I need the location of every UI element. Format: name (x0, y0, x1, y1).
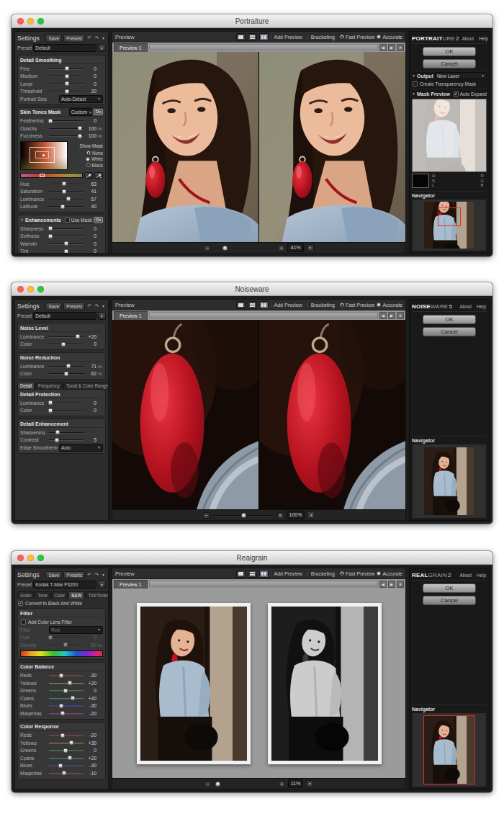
slider-track[interactable] (49, 88, 84, 94)
slider-handle[interactable] (55, 438, 59, 442)
slider-handle[interactable] (64, 241, 68, 246)
slider-handle[interactable] (71, 696, 75, 700)
minimize-button[interactable] (27, 286, 34, 292)
transparency-mask-checkbox[interactable] (413, 81, 418, 86)
bracketing-button[interactable]: Bracketing (307, 35, 338, 40)
save-button[interactable]: Save (45, 571, 62, 579)
tab-menu-icon[interactable]: ▼ (397, 312, 404, 319)
settings-menu-icon[interactable]: ▼ (101, 36, 106, 40)
preview-before-image[interactable] (112, 320, 258, 509)
preset-dropdown[interactable]: Kodak T-Max P3200 (33, 581, 96, 589)
slider-handle[interactable] (48, 635, 53, 640)
undo-icon[interactable]: ↶ (86, 572, 92, 578)
slider-handle[interactable] (62, 771, 66, 775)
eyedropper-icon[interactable] (84, 172, 93, 179)
zoom-dropdown-icon[interactable]: ▼ (307, 244, 314, 251)
collapse-icon[interactable]: ▼ (412, 73, 415, 78)
hue-marker[interactable] (40, 174, 45, 177)
help-button[interactable]: Help (476, 304, 487, 309)
slider-track[interactable] (49, 248, 84, 254)
slider-track[interactable] (49, 680, 84, 686)
tab-menu-icon[interactable]: ▼ (397, 44, 404, 51)
slider-handle[interactable] (78, 126, 82, 130)
slider-track[interactable] (49, 437, 84, 443)
accurate-radio[interactable]: Accurate (377, 571, 402, 576)
slider-track[interactable] (49, 429, 84, 436)
zoom-dropdown-icon[interactable]: ▼ (307, 511, 315, 519)
slider-handle[interactable] (58, 764, 63, 768)
collapse-icon[interactable]: ▼ (412, 91, 415, 96)
slider-track[interactable] (49, 66, 84, 72)
slider-track[interactable] (49, 225, 84, 232)
tabstrip-scrollbar[interactable] (149, 44, 378, 50)
view-split-horizontal-icon[interactable] (248, 570, 257, 578)
auto-expand-checkbox[interactable]: ✓ (454, 91, 459, 97)
slider-track[interactable] (49, 400, 84, 406)
presets-button[interactable]: Presets (63, 303, 85, 310)
slider-track[interactable] (49, 702, 84, 709)
slider-track[interactable] (49, 241, 84, 247)
accurate-radio[interactable]: Accurate (377, 303, 402, 308)
about-button[interactable]: About (459, 573, 472, 578)
slider-handle[interactable] (48, 226, 53, 231)
slider-handle[interactable] (60, 711, 65, 715)
zoom-slider-handle[interactable] (215, 782, 220, 787)
view-split-vertical-icon[interactable] (259, 570, 269, 578)
close-button[interactable] (17, 286, 24, 292)
slider-handle[interactable] (59, 704, 63, 708)
fast-preview-radio[interactable]: Fast Preview (340, 35, 374, 40)
slider-handle[interactable] (61, 342, 66, 346)
add-lens-filter-checkbox[interactable] (21, 620, 26, 625)
output-dropdown[interactable]: New Layer▼ (435, 72, 487, 79)
portrait-size-dropdown[interactable]: Auto-Detect▼ (59, 95, 103, 103)
view-single-icon[interactable] (236, 570, 246, 578)
use-mask-checkbox[interactable] (65, 218, 70, 223)
mask-preview-image[interactable] (412, 99, 487, 172)
slider-track[interactable] (49, 370, 84, 377)
slider-handle[interactable] (68, 756, 72, 760)
mask-mode-dropdown[interactable]: Custom▼ (69, 108, 92, 116)
about-button[interactable]: About (462, 36, 474, 41)
zoom-slider[interactable] (214, 781, 276, 787)
maximize-button[interactable] (37, 18, 44, 24)
show-mask-black-radio[interactable]: Black (70, 163, 103, 168)
enhancements-on-toggle[interactable]: On (94, 217, 103, 223)
zoom-slider[interactable] (212, 512, 274, 519)
cancel-button[interactable]: Cancel (423, 327, 476, 336)
tab-menu-icon[interactable]: ▼ (397, 581, 404, 588)
tab-scroll-left-icon[interactable]: ◀ (379, 44, 387, 51)
preset-dropdown-button[interactable]: ▼ (98, 581, 106, 589)
zoom-out-button[interactable]: − (204, 781, 211, 787)
undo-icon[interactable]: ↶ (86, 303, 92, 309)
zoom-slider-handle[interactable] (241, 513, 246, 518)
slider-track[interactable] (49, 181, 84, 187)
view-split-horizontal-icon[interactable] (248, 33, 257, 41)
save-button[interactable]: Save (45, 303, 62, 310)
close-button[interactable] (17, 18, 24, 24)
zoom-in-button[interactable]: + (279, 781, 285, 787)
minimize-button[interactable] (27, 555, 34, 561)
slider-track[interactable] (49, 710, 84, 717)
settings-menu-icon[interactable]: ▼ (101, 573, 106, 577)
slider-track[interactable] (49, 695, 84, 702)
view-split-vertical-icon[interactable] (259, 33, 269, 41)
slider-handle[interactable] (65, 89, 69, 94)
minimize-button[interactable] (27, 18, 34, 24)
slider-handle[interactable] (48, 408, 53, 413)
eyedropper-plus-icon[interactable] (94, 172, 103, 179)
cancel-button[interactable]: Cancel (423, 59, 476, 68)
slider-track[interactable] (49, 740, 84, 746)
preset-dropdown[interactable]: Default (33, 312, 96, 320)
preview-canvas[interactable] (112, 589, 405, 778)
bracketing-button[interactable]: Bracketing (307, 571, 338, 576)
slider-handle[interactable] (60, 205, 65, 209)
navigator-thumbnail[interactable] (424, 202, 474, 249)
redo-icon[interactable]: ↷ (94, 572, 99, 578)
help-button[interactable]: Help (478, 36, 489, 41)
tab-tone[interactable]: Tone (35, 591, 50, 599)
add-preview-button[interactable]: Add Preview (271, 571, 305, 576)
show-mask-none-radio[interactable]: None (70, 151, 103, 156)
edge-smoothening-dropdown[interactable]: Auto▼ (59, 444, 103, 452)
slider-handle[interactable] (63, 689, 68, 693)
tab-scroll-left-icon[interactable]: ◀ (379, 312, 387, 319)
